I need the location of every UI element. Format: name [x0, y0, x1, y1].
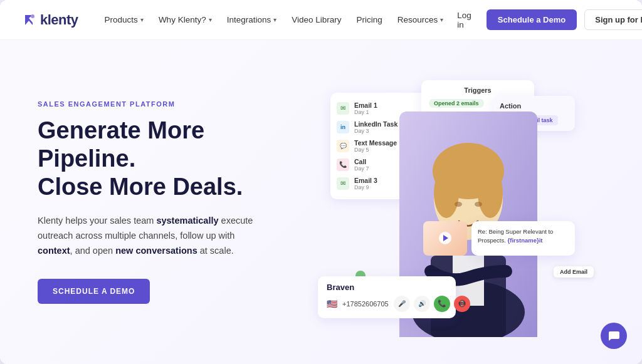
logo-text: klenty [40, 12, 78, 28]
nav-item-why-klenty[interactable]: Why Klenty? ▾ [152, 11, 218, 28]
chevron-down-icon: ▾ [440, 16, 443, 23]
sms-icon: 💬 [337, 140, 349, 152]
svg-point-10 [475, 202, 482, 207]
call-panel: Braven 🇺🇸 +17852606705 🎤 🔊 📞 📵 [318, 276, 456, 318]
nav-item-products[interactable]: Products ▾ [98, 11, 150, 28]
mute-button[interactable]: 🎤 [394, 296, 410, 312]
hero-content: SALES ENGAGEMENT PLATFORM Generate More … [38, 100, 301, 303]
play-icon [443, 235, 448, 241]
schedule-demo-button[interactable]: Schedule a Demo [487, 9, 577, 30]
page-wrapper: klenty Products ▾ Why Klenty? ▾ Integrat… [0, 0, 642, 364]
nav-item-pricing[interactable]: Pricing [350, 11, 389, 28]
nav-links: Products ▾ Why Klenty? ▾ Integrations ▾ … [98, 11, 450, 28]
svg-point-9 [455, 202, 462, 207]
logo[interactable]: klenty [20, 11, 78, 29]
phone-number: +17852606705 [342, 300, 389, 308]
navigation: klenty Products ▾ Why Klenty? ▾ Integrat… [0, 0, 642, 40]
nav-item-integrations[interactable]: Integrations ▾ [221, 11, 283, 28]
svg-point-8 [478, 168, 503, 218]
hero-illustration: ✉ Email 1 Day 1 in LinkedIn Task Day 3 [301, 40, 604, 364]
hero-section: SALES ENGAGEMENT PLATFORM Generate More … [0, 40, 642, 364]
personalization-panel: Re: Being Super Relevant to Prospects. {… [471, 221, 575, 256]
accept-call-button[interactable]: 📞 [434, 296, 450, 312]
nav-item-resources[interactable]: Resources ▾ [391, 11, 450, 28]
linkedin-icon: in [337, 121, 349, 133]
call-icon: 📞 [337, 159, 349, 171]
call-control-icons: 🎤 🔊 📞 📵 [394, 296, 470, 312]
svg-point-7 [434, 168, 459, 218]
video-thumbnail[interactable] [423, 221, 467, 256]
login-button[interactable]: Log in [450, 7, 479, 33]
email-icon: ✉ [337, 177, 349, 190]
signup-button[interactable]: Sign up for Free [584, 9, 642, 30]
add-email-badge: Add Email [554, 266, 594, 278]
hero-cta-button[interactable]: SCHEDULE A DEMO [38, 279, 150, 304]
nav-actions: Log in Schedule a Demo Sign up for Free [450, 7, 642, 33]
illustration-container: ✉ Email 1 Day 1 in LinkedIn Task Day 3 [318, 68, 587, 337]
logo-icon [20, 11, 38, 29]
speaker-button[interactable]: 🔊 [414, 296, 430, 312]
hero-description: Klenty helps your sales team systematica… [38, 214, 263, 259]
nav-item-video-library[interactable]: Video Library [285, 11, 347, 28]
chevron-down-icon: ▾ [140, 16, 144, 23]
email-icon: ✉ [337, 102, 349, 115]
chat-icon [607, 329, 621, 343]
end-call-button[interactable]: 📵 [454, 296, 470, 312]
chevron-down-icon: ▾ [273, 16, 276, 23]
svg-point-0 [31, 14, 34, 18]
firstname-token: {firstname}it [508, 237, 543, 244]
chat-support-button[interactable] [601, 323, 627, 349]
play-button[interactable] [439, 232, 451, 244]
chevron-down-icon: ▾ [209, 16, 212, 23]
flag-icon: 🇺🇸 [327, 299, 337, 309]
hero-headline: Generate More Pipeline. Close More Deals… [38, 117, 301, 200]
hero-tag: SALES ENGAGEMENT PLATFORM [38, 100, 301, 108]
